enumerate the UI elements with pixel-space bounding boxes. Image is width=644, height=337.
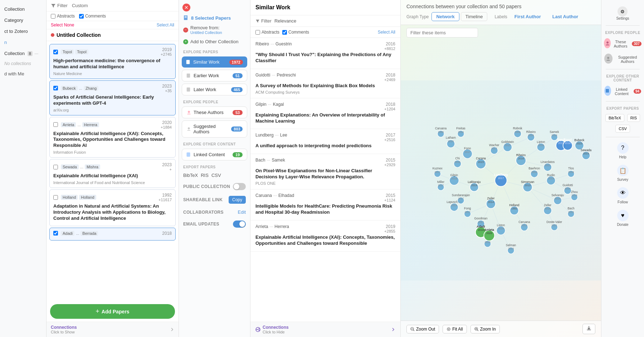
later-work-button[interactable]: Later Work 465 xyxy=(182,84,247,95)
rs-export-section: EXPORT PAPERS xyxy=(604,104,641,112)
svg-text:2016: 2016 xyxy=(571,194,577,197)
svg-text:2015: 2015 xyxy=(521,224,527,227)
add-to-collection-row[interactable]: + Add to Other Collection xyxy=(179,37,250,46)
table-row[interactable]: Bubeck ... Zhang 2023 +35 Sparks of Arti… xyxy=(49,80,176,115)
suggested-authors-button[interactable]: Suggested Authors 803 xyxy=(182,120,247,138)
custom-button[interactable]: Custom xyxy=(72,3,88,8)
sidebar-item-n[interactable]: n xyxy=(0,37,46,48)
sim-select-all-button[interactable]: Select All xyxy=(378,30,395,35)
rs-csv-button[interactable]: CSV xyxy=(615,125,630,133)
paper-title: Explainable Artificial Intelligence (XAI… xyxy=(53,173,172,179)
rs-survey-item[interactable]: 📋 Survey xyxy=(614,162,631,184)
abstracts-input[interactable] xyxy=(51,14,55,19)
svg-text:2017: 2017 xyxy=(464,210,470,214)
list-item[interactable]: Caruana ··· Elhadad 2015 +1124 Intelligi… xyxy=(250,189,400,220)
add-collection-label: Add to Other Collection xyxy=(190,39,238,44)
paper-checkbox-4[interactable] xyxy=(53,165,58,169)
similar-work-button[interactable]: Similar Work 1972 xyxy=(182,56,247,68)
timeline-button[interactable]: Timeline xyxy=(461,12,488,21)
graph-controls: Graph Type Network Timeline Labels First… xyxy=(406,12,595,21)
sw-connections-link[interactable]: Connections xyxy=(263,325,289,330)
network-filter-input[interactable] xyxy=(406,28,478,38)
copy-button[interactable]: Copy xyxy=(229,196,246,204)
sim-abstracts-input[interactable] xyxy=(255,30,260,35)
comments-checkbox[interactable]: Comments xyxy=(79,14,106,19)
these-authors-button[interactable]: These Authors 53 xyxy=(182,106,247,118)
list-item[interactable]: Lundberg ··· Lee 2017 +2516 A unified ap… xyxy=(250,129,400,154)
edit-button[interactable]: Edit xyxy=(238,209,246,215)
survey-icon: 📋 xyxy=(617,165,629,176)
sim-authors: Bach ··· Samek xyxy=(255,158,285,163)
sim-abstracts-checkbox[interactable]: Abstracts xyxy=(255,30,279,35)
survey-label: Survey xyxy=(617,178,628,182)
email-updates-toggle[interactable] xyxy=(233,220,246,228)
list-item[interactable]: Guidotti ··· Pedreschi 2018 +2469 A Surv… xyxy=(250,69,400,98)
graph-type-section: Graph Type Network Timeline xyxy=(406,12,487,21)
sim-comments-input[interactable] xyxy=(282,30,287,35)
similar-filter-button[interactable]: Filter xyxy=(255,18,272,24)
svg-text:2018: 2018 xyxy=(451,177,457,180)
fit-all-button[interactable]: Fit All xyxy=(443,325,467,333)
table-row[interactable]: Topol Topol 2019 +2745 High-performance … xyxy=(49,44,176,79)
list-item[interactable]: Arrieta ··· Herrera 2019 +2855 Explainab… xyxy=(250,220,400,252)
table-row[interactable]: Adadi ... Berrada 2018 xyxy=(49,228,176,241)
filter-button[interactable]: Filter xyxy=(51,3,68,8)
rs-these-authors[interactable]: These Authors 307 xyxy=(601,36,644,51)
svg-point-6 xyxy=(188,111,190,113)
download-icon xyxy=(586,326,591,331)
earlier-work-button[interactable]: Earlier Work 51 xyxy=(182,70,247,81)
ris-button[interactable]: RIS xyxy=(201,173,209,178)
last-author-button[interactable]: Last Author xyxy=(548,13,582,21)
svg-text:2017: 2017 xyxy=(478,220,484,224)
sidebar-item-collection2[interactable]: Collection 8 ··· xyxy=(0,48,46,59)
rs-bibtex-button[interactable]: BibTeX xyxy=(605,114,624,122)
download-button[interactable] xyxy=(582,324,595,334)
abstracts-checkbox[interactable]: Abstracts xyxy=(51,14,75,19)
sidebar-item-collection[interactable]: Collection xyxy=(0,4,46,15)
svg-text:2021: 2021 xyxy=(551,224,557,227)
settings-item[interactable]: ⚙ Settings xyxy=(613,4,632,23)
list-item[interactable]: Gilpin ··· Kagal 2018 +1204 Explaining E… xyxy=(250,98,400,129)
add-papers-button[interactable]: + Add Papers xyxy=(50,304,175,319)
zoom-controls: Zoom Out Fit All Zoom In xyxy=(406,325,500,333)
svg-text:2019: 2019 xyxy=(451,204,457,207)
sim-comments-checkbox[interactable]: Comments xyxy=(282,30,309,35)
first-author-button[interactable]: First Author xyxy=(510,13,545,21)
rs-help-item[interactable]: ? Help xyxy=(614,139,631,162)
rs-linked-content[interactable]: Linked Content 94 xyxy=(601,84,644,99)
table-row[interactable]: Sewada ... Mishra 2023 + Explainable Art… xyxy=(49,159,176,188)
remove-from-row[interactable]: − Remove from: Untitled Collection xyxy=(179,23,250,37)
rs-follow-item[interactable]: 👁 Follow xyxy=(614,184,631,207)
paper-checkbox-5[interactable] xyxy=(53,195,58,200)
select-all-button[interactable]: Select All xyxy=(157,23,174,28)
select-none-button[interactable]: Select None xyxy=(51,23,74,28)
csv-button[interactable]: CSV xyxy=(211,173,221,178)
sidebar-item-shared[interactable]: d with Me xyxy=(0,68,46,79)
svg-text:2017: 2017 xyxy=(464,150,470,154)
paper-checkbox-6[interactable] xyxy=(53,231,58,236)
list-item[interactable]: Bach ··· Samek 2015 +2929 On Pixel-Wise … xyxy=(250,154,400,189)
svg-point-7 xyxy=(188,127,190,129)
sidebar-item-category[interactable]: Category xyxy=(0,15,46,26)
paper-checkbox-2[interactable] xyxy=(53,86,58,90)
explore-papers-section: EXPLORE PAPERS xyxy=(179,46,250,55)
comments-input[interactable] xyxy=(79,14,84,19)
rs-donate-item[interactable]: ♥ Donate xyxy=(614,207,631,229)
table-row[interactable]: Arrieta ... Herrera 2020 +1884 Explainab… xyxy=(49,117,176,158)
network-button[interactable]: Network xyxy=(431,12,459,21)
zoom-in-button[interactable]: Zoom In xyxy=(470,325,500,333)
table-row[interactable]: Holland Holland 1992 +11617 Adaptation i… xyxy=(49,189,176,226)
paper-checkbox-3[interactable] xyxy=(53,122,58,127)
rs-ris-button[interactable]: RIS xyxy=(627,114,640,122)
bibtex-button[interactable]: BibTeX xyxy=(183,173,198,178)
connections-link[interactable]: Connections xyxy=(51,325,77,330)
rs-suggested-authors[interactable]: Suggested Authors xyxy=(601,51,644,67)
close-button[interactable]: ✕ xyxy=(182,4,190,11)
list-item[interactable]: Ribeiro ··· Guestrin 2016 +8812 "Why Sho… xyxy=(250,38,400,69)
relevance-button[interactable]: Relevance xyxy=(274,18,296,24)
linked-content-button[interactable]: Linked Content 19 xyxy=(182,149,247,160)
paper-checkbox-1[interactable] xyxy=(53,50,58,54)
zoom-out-button[interactable]: Zoom Out xyxy=(406,325,439,333)
sidebar-item-zotero[interactable]: ct to Zotero xyxy=(0,26,46,37)
public-collection-toggle[interactable] xyxy=(233,183,246,190)
